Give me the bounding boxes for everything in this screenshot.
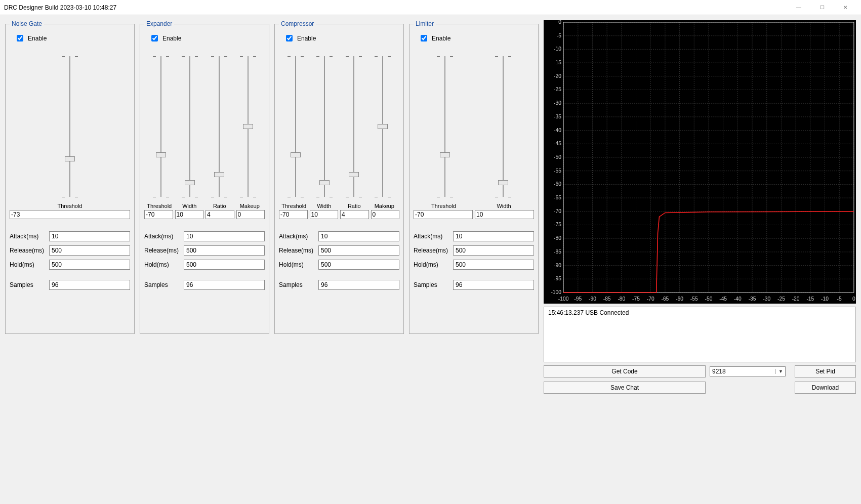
compressor-enable-checkbox[interactable] bbox=[286, 35, 293, 41]
svg-text:-75: -75 bbox=[632, 296, 640, 302]
limiter-enable-checkbox[interactable] bbox=[421, 35, 427, 41]
expander-ratio-input[interactable] bbox=[206, 210, 234, 219]
set-pid-button[interactable]: Set Pid bbox=[795, 365, 856, 377]
svg-text:-50: -50 bbox=[705, 296, 713, 302]
svg-text:0: 0 bbox=[558, 20, 561, 25]
svg-text:-55: -55 bbox=[554, 168, 561, 174]
panel-title: Compressor bbox=[279, 20, 316, 27]
slider-label: Threshold bbox=[144, 203, 175, 209]
svg-text:-95: -95 bbox=[554, 276, 561, 281]
panel-compressor: Compressor Enable ThresholdWidthRatioMak… bbox=[274, 20, 404, 334]
svg-text:-90: -90 bbox=[554, 263, 561, 268]
compressor-ratio-input[interactable] bbox=[340, 210, 369, 219]
slider-label: Makeup bbox=[235, 203, 265, 209]
compressor-makeup-slider[interactable] bbox=[378, 53, 388, 200]
svg-text:-100: -100 bbox=[551, 289, 561, 295]
slider-label: Threshold bbox=[279, 203, 309, 209]
limiter-threshold-input[interactable] bbox=[414, 210, 473, 219]
svg-text:-35: -35 bbox=[554, 114, 561, 119]
svg-text:-65: -65 bbox=[661, 296, 669, 302]
maximize-button[interactable]: ☐ bbox=[810, 0, 834, 15]
compressor-makeup-input[interactable] bbox=[371, 210, 400, 219]
svg-text:-80: -80 bbox=[554, 235, 561, 241]
attack-label: Attack(ms) bbox=[144, 233, 181, 240]
limiter-attack-input[interactable] bbox=[453, 231, 534, 241]
expander-width-slider[interactable] bbox=[185, 53, 195, 200]
noiseGate-threshold-input[interactable] bbox=[10, 210, 130, 219]
compressor-ratio-slider[interactable] bbox=[349, 53, 359, 200]
expander-hold-input[interactable] bbox=[184, 260, 265, 270]
svg-text:-30: -30 bbox=[554, 100, 561, 106]
slider-label: Threshold bbox=[10, 203, 130, 209]
pid-select[interactable]: 9218 ▼ bbox=[710, 366, 786, 376]
expander-ratio-slider[interactable] bbox=[214, 53, 224, 200]
samples-label: Samples bbox=[414, 281, 450, 288]
slider-label: Width bbox=[175, 203, 205, 209]
svg-text:-5: -5 bbox=[557, 33, 562, 38]
noiseGate-release-input[interactable] bbox=[49, 245, 130, 256]
noiseGate-threshold-slider[interactable] bbox=[65, 53, 75, 200]
limiter-width-input[interactable] bbox=[475, 210, 534, 219]
enable-label: Enable bbox=[432, 35, 450, 42]
expander-threshold-input[interactable] bbox=[144, 210, 173, 219]
release-label: Release(ms) bbox=[144, 247, 181, 254]
noiseGate-enable-checkbox[interactable] bbox=[17, 35, 23, 41]
svg-text:-90: -90 bbox=[589, 296, 596, 302]
close-button[interactable]: ✕ bbox=[834, 0, 857, 15]
limiter-hold-input[interactable] bbox=[453, 260, 534, 270]
svg-text:-50: -50 bbox=[554, 154, 561, 160]
download-button[interactable]: Download bbox=[795, 382, 856, 394]
noiseGate-hold-input[interactable] bbox=[49, 260, 130, 270]
svg-text:-70: -70 bbox=[554, 208, 561, 214]
svg-text:-10: -10 bbox=[821, 296, 829, 302]
expander-samples-input[interactable] bbox=[184, 280, 265, 290]
expander-attack-input[interactable] bbox=[184, 231, 265, 241]
compressor-width-slider[interactable] bbox=[319, 53, 330, 200]
svg-text:-40: -40 bbox=[734, 296, 742, 302]
compressor-width-input[interactable] bbox=[310, 210, 339, 219]
slider-label: Threshold bbox=[414, 203, 474, 209]
save-chat-button[interactable]: Save Chat bbox=[544, 382, 706, 394]
limiter-release-input[interactable] bbox=[453, 245, 534, 256]
get-code-button[interactable]: Get Code bbox=[544, 365, 706, 377]
svg-text:-95: -95 bbox=[574, 296, 582, 302]
noiseGate-attack-input[interactable] bbox=[49, 231, 130, 241]
svg-text:-5: -5 bbox=[837, 296, 842, 302]
expander-release-input[interactable] bbox=[184, 245, 265, 256]
compressor-threshold-input[interactable] bbox=[279, 210, 308, 219]
panel-noiseGate: Noise Gate Enable Threshold Attack(ms) R… bbox=[5, 20, 135, 334]
compressor-release-input[interactable] bbox=[318, 245, 399, 256]
expander-makeup-slider[interactable] bbox=[243, 53, 253, 200]
noiseGate-samples-input[interactable] bbox=[49, 280, 130, 290]
samples-label: Samples bbox=[279, 281, 315, 288]
compressor-attack-input[interactable] bbox=[318, 231, 399, 241]
limiter-width-slider[interactable] bbox=[498, 53, 508, 200]
enable-label: Enable bbox=[162, 35, 181, 42]
panel-title: Noise Gate bbox=[10, 20, 44, 27]
expander-makeup-input[interactable] bbox=[236, 210, 265, 219]
release-label: Release(ms) bbox=[414, 247, 450, 254]
compressor-hold-input[interactable] bbox=[318, 260, 399, 270]
compressor-samples-input[interactable] bbox=[318, 280, 399, 290]
release-label: Release(ms) bbox=[279, 247, 315, 254]
slider-label: Width bbox=[309, 203, 340, 209]
expander-enable-checkbox[interactable] bbox=[151, 35, 158, 41]
svg-text:-45: -45 bbox=[554, 141, 561, 146]
log-line: 15:46:13.237 USB Connected bbox=[548, 309, 851, 316]
expander-threshold-slider[interactable] bbox=[156, 53, 166, 200]
hold-label: Hold(ms) bbox=[144, 261, 181, 268]
minimize-button[interactable]: — bbox=[787, 0, 810, 15]
svg-text:-10: -10 bbox=[554, 47, 561, 52]
expander-width-input[interactable] bbox=[175, 210, 204, 219]
limiter-threshold-slider[interactable] bbox=[440, 53, 450, 200]
svg-text:-30: -30 bbox=[763, 296, 770, 302]
svg-text:-85: -85 bbox=[603, 296, 611, 302]
limiter-samples-input[interactable] bbox=[453, 280, 534, 290]
svg-text:-15: -15 bbox=[806, 296, 814, 302]
hold-label: Hold(ms) bbox=[414, 261, 450, 268]
svg-text:-20: -20 bbox=[554, 73, 561, 79]
hold-label: Hold(ms) bbox=[279, 261, 315, 268]
release-label: Release(ms) bbox=[10, 247, 46, 254]
compressor-threshold-slider[interactable] bbox=[291, 53, 301, 200]
svg-text:-70: -70 bbox=[647, 296, 654, 302]
